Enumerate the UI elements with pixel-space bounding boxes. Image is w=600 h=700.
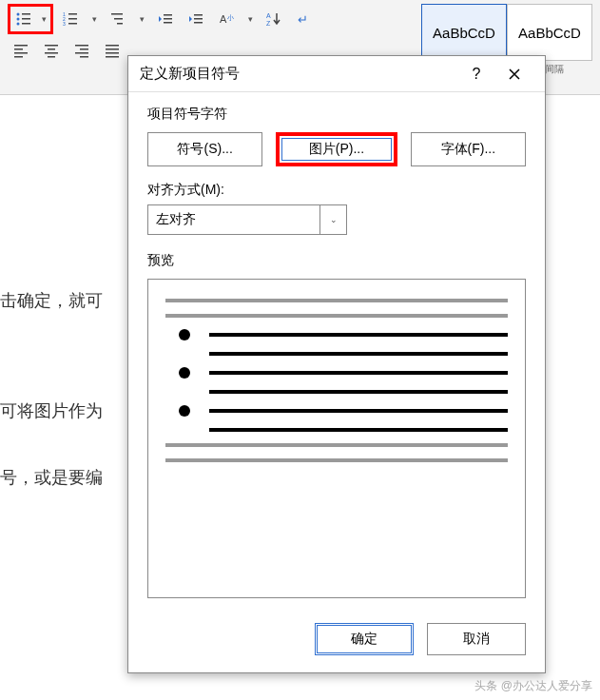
numbering-button[interactable]: 1 2 3 xyxy=(57,7,84,31)
style-no-spacing[interactable]: AaBbCcD xyxy=(507,4,592,61)
picture-button[interactable]: 图片(P)... xyxy=(276,132,397,166)
preview-line xyxy=(165,314,508,318)
bullets-button[interactable] xyxy=(10,7,37,31)
numbering-dropdown[interactable]: ▾ xyxy=(87,7,101,31)
bg-text-line: 号，或是要编 xyxy=(0,466,103,489)
increase-indent-button[interactable] xyxy=(183,7,209,31)
svg-text:3: 3 xyxy=(63,21,66,27)
select-arrow[interactable]: ⌄ xyxy=(319,205,346,234)
bullet-dot-icon xyxy=(179,367,190,379)
preview-bullet-line xyxy=(209,352,508,356)
bullet-char-section-label: 项目符号字符 xyxy=(147,106,526,123)
svg-rect-5 xyxy=(22,23,30,25)
bullets-dropdown[interactable]: ▾ xyxy=(37,7,50,31)
svg-rect-37 xyxy=(80,56,88,58)
preview-bullet-line xyxy=(209,333,508,337)
svg-text:Z: Z xyxy=(266,20,271,27)
svg-point-4 xyxy=(17,23,20,26)
svg-rect-17 xyxy=(164,22,172,24)
style-sample: AaBbCcD xyxy=(518,25,581,41)
symbol-button[interactable]: 符号(S)... xyxy=(147,132,262,166)
bullet-char-buttons: 符号(S)... 图片(P)... 字体(F)... xyxy=(147,132,526,166)
svg-rect-32 xyxy=(45,52,58,54)
chevron-down-icon: ⌄ xyxy=(330,215,338,224)
close-button[interactable] xyxy=(495,56,533,92)
preview-bullet-line xyxy=(209,409,508,413)
bg-text-line: 可将图片作为 xyxy=(0,399,103,422)
svg-rect-38 xyxy=(106,45,119,47)
numbering-icon: 1 2 3 xyxy=(62,10,79,28)
define-new-bullet-dialog: 定义新项目符号 ? 项目符号字符 符号(S)... 图片(P)... 字体(F)… xyxy=(127,55,546,673)
svg-rect-1 xyxy=(22,13,30,15)
svg-rect-36 xyxy=(75,52,88,54)
multilevel-dropdown[interactable]: ▾ xyxy=(135,7,148,31)
svg-point-0 xyxy=(17,13,20,16)
svg-rect-30 xyxy=(45,45,58,47)
bullet-dot-icon xyxy=(179,329,190,340)
svg-rect-14 xyxy=(117,23,123,25)
svg-rect-41 xyxy=(106,56,119,58)
svg-rect-31 xyxy=(48,49,55,50)
cancel-button[interactable]: 取消 xyxy=(427,623,526,655)
svg-rect-27 xyxy=(14,49,23,50)
align-right-button[interactable] xyxy=(68,38,95,63)
align-left-button[interactable] xyxy=(8,38,34,63)
preview-bullet-line xyxy=(209,390,508,394)
svg-rect-13 xyxy=(114,18,123,20)
svg-rect-26 xyxy=(14,45,28,47)
ok-button[interactable]: 确定 xyxy=(315,623,414,655)
svg-rect-9 xyxy=(68,18,77,20)
preview-line xyxy=(165,443,508,447)
svg-rect-12 xyxy=(111,13,123,15)
font-button[interactable]: 字体(F)... xyxy=(411,132,526,166)
asian-layout-dropdown[interactable]: ▾ xyxy=(243,7,257,31)
svg-text:A: A xyxy=(266,12,271,19)
help-button[interactable]: ? xyxy=(457,56,495,92)
bullet-dot-icon xyxy=(179,405,190,417)
alignment-label: 对齐方式(M): xyxy=(147,182,526,199)
asian-layout-button[interactable]: A 小 xyxy=(213,7,240,31)
svg-rect-34 xyxy=(75,45,88,47)
preview-line xyxy=(165,458,508,462)
align-left-icon xyxy=(12,42,29,59)
preview-bullet-row xyxy=(165,405,508,417)
svg-rect-29 xyxy=(14,56,23,58)
dialog-title: 定义新项目符号 xyxy=(140,65,457,83)
svg-rect-15 xyxy=(164,14,172,16)
multilevel-icon xyxy=(109,10,126,28)
sort-button[interactable]: A Z xyxy=(261,7,287,31)
align-center-button[interactable] xyxy=(38,38,65,63)
increase-indent-icon xyxy=(187,10,204,28)
svg-rect-39 xyxy=(106,49,119,50)
align-justify-button[interactable] xyxy=(99,38,126,63)
preview-bullet-line xyxy=(209,371,508,375)
show-marks-button[interactable]: ↵ xyxy=(291,7,318,31)
svg-rect-7 xyxy=(68,13,77,15)
dialog-body: 项目符号字符 符号(S)... 图片(P)... 字体(F)... 对齐方式(M… xyxy=(128,92,545,612)
svg-rect-19 xyxy=(194,18,203,20)
preview-label: 预览 xyxy=(147,252,526,269)
close-icon xyxy=(508,68,521,81)
multilevel-button[interactable] xyxy=(105,7,131,31)
sort-icon: A Z xyxy=(265,10,282,28)
style-normal[interactable]: AaBbCcD xyxy=(421,4,507,61)
dialog-titlebar: 定义新项目符号 ? xyxy=(128,56,545,92)
svg-rect-20 xyxy=(194,22,203,24)
alignment-value: 左对齐 xyxy=(156,211,196,228)
svg-rect-35 xyxy=(80,49,88,50)
svg-rect-3 xyxy=(22,18,30,20)
svg-text:↵: ↵ xyxy=(298,12,308,27)
svg-rect-28 xyxy=(14,52,28,54)
svg-rect-11 xyxy=(68,23,77,25)
alignment-select[interactable]: 左对齐 ⌄ xyxy=(147,204,347,235)
align-justify-icon xyxy=(104,42,121,59)
decrease-indent-button[interactable] xyxy=(152,7,179,31)
svg-text:小: 小 xyxy=(227,14,234,21)
preview-box xyxy=(147,279,526,598)
bullets-button-highlight: ▾ xyxy=(8,4,53,34)
preview-bullet-row xyxy=(165,367,508,379)
preview-bullet-line xyxy=(209,428,508,432)
svg-rect-40 xyxy=(106,52,119,54)
bullets-icon xyxy=(15,10,32,28)
svg-text:A: A xyxy=(220,13,227,25)
